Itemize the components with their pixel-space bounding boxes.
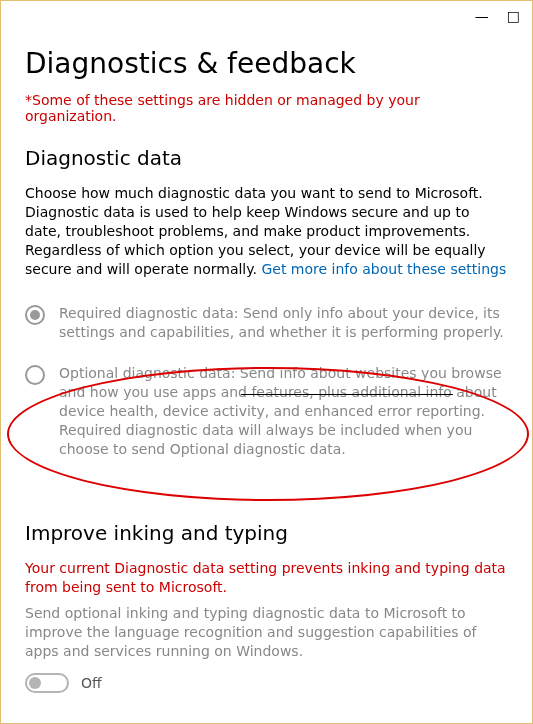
radio-label: Required diagnostic data: Send only info…: [59, 304, 508, 342]
diagnostic-data-heading: Diagnostic data: [25, 146, 508, 170]
radio-lead: Required diagnostic data:: [59, 305, 243, 321]
maximize-icon[interactable]: □: [507, 8, 520, 24]
radio-label: Optional diagnostic data: Send info abou…: [59, 364, 508, 458]
radio-optional-diagnostic[interactable]: Optional diagnostic data: Send info abou…: [25, 364, 508, 458]
diagnostic-data-intro: Choose how much diagnostic data you want…: [25, 184, 508, 278]
radio-icon: [25, 365, 45, 385]
radio-icon: [25, 305, 45, 325]
inking-blocked-warning: Your current Diagnostic data setting pre…: [25, 559, 508, 597]
inking-toggle-state: Off: [81, 675, 102, 691]
radio-lead: Optional diagnostic data:: [59, 365, 240, 381]
radio-required-diagnostic[interactable]: Required diagnostic data: Send only info…: [25, 304, 508, 342]
org-managed-warning: *Some of these settings are hidden or ma…: [25, 92, 508, 124]
minimize-icon[interactable]: —: [475, 8, 489, 24]
window-titlebar: — □: [1, 1, 532, 31]
inking-toggle-row: Off: [25, 673, 508, 693]
diagnostic-info-link[interactable]: Get more info about these settings: [261, 261, 506, 277]
inking-typing-heading: Improve inking and typing: [25, 521, 508, 545]
page-title: Diagnostics & feedback: [25, 47, 508, 80]
inking-description: Send optional inking and typing diagnost…: [25, 604, 508, 661]
settings-page: Diagnostics & feedback *Some of these se…: [1, 31, 532, 711]
inking-toggle[interactable]: [25, 673, 69, 693]
